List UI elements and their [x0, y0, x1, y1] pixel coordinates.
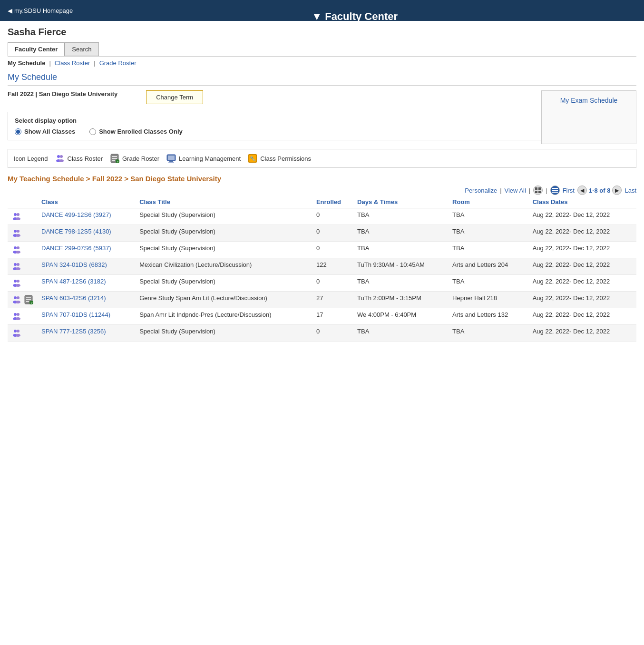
row-class-title: Special Study (Supervision) — [136, 225, 312, 242]
row-room: TBA — [449, 242, 529, 258]
row-class-dates: Aug 22, 2022- Dec 12, 2022 — [529, 292, 636, 308]
legend-learning-mgmt: Learning Management — [166, 153, 241, 164]
next-page-btn[interactable]: ▶ — [612, 186, 622, 195]
class-code-link[interactable]: SPAN 487-12S6 (3182) — [41, 278, 106, 285]
svg-point-36 — [14, 263, 17, 266]
tab-search[interactable]: Search — [65, 42, 98, 56]
class-roster-row-icon[interactable] — [11, 278, 22, 288]
class-code-link[interactable]: SPAN 603-42S6 (3214) — [41, 294, 106, 302]
grade-roster-icon: ✓ — [109, 153, 120, 164]
class-roster-row-icon[interactable] — [11, 311, 22, 322]
row-room: Arts and Letters 204 — [449, 258, 529, 275]
subnav-class-roster[interactable]: Class Roster — [55, 59, 90, 67]
row-class-dates: Aug 22, 2022- Dec 12, 2022 — [529, 225, 636, 242]
class-code-link[interactable]: DANCE 299-07S6 (5937) — [41, 244, 111, 252]
row-class-title: Special Study (Supervision) — [136, 242, 312, 258]
learning-management-icon — [166, 153, 176, 164]
row-class: DANCE 798-12S5 (4130) — [38, 225, 136, 242]
tab-faculty-center[interactable]: Faculty Center — [8, 42, 65, 56]
svg-point-1 — [60, 155, 63, 158]
back-link[interactable]: ◀ my.SDSU Homepage — [8, 7, 73, 14]
svg-rect-20 — [538, 191, 541, 193]
row-class: SPAN 324-01DS (6832) — [38, 258, 136, 275]
row-room: TBA — [449, 325, 529, 342]
row-enrolled: 0 — [312, 208, 353, 225]
table-row: DANCE 798-12S5 (4130)Special Study (Supe… — [8, 225, 636, 242]
row-icons: ✓ — [8, 292, 38, 308]
radio-group: Show All Classes Show Enrolled Classes O… — [15, 128, 534, 135]
change-term-button[interactable]: Change Term — [146, 90, 203, 104]
radio-show-enrolled-label: Show Enrolled Classes Only — [99, 128, 183, 135]
class-code-link[interactable]: SPAN 707-01DS (11244) — [41, 311, 110, 318]
row-icons — [8, 208, 38, 225]
first-label[interactable]: First — [563, 187, 575, 194]
row-room: TBA — [449, 208, 529, 225]
table-view-icon-2[interactable] — [550, 186, 560, 195]
svg-point-43 — [16, 284, 20, 287]
svg-point-61 — [16, 334, 20, 337]
class-roster-row-icon[interactable] — [11, 294, 22, 305]
schedule-left: Fall 2022 | San Diego State University C… — [8, 90, 541, 144]
table-row: ✓ SPAN 603-42S6 (3214)Genre Study Span A… — [8, 292, 636, 308]
class-roster-row-icon[interactable] — [11, 328, 22, 338]
header-title: ▼ Faculty Center — [312, 10, 398, 23]
tab-bar: Faculty Center Search — [8, 42, 636, 56]
class-roster-row-icon[interactable] — [11, 261, 22, 272]
table-row: SPAN 777-12S5 (3256)Special Study (Super… — [8, 325, 636, 342]
row-room: TBA — [449, 225, 529, 242]
row-days-times: TBA — [353, 242, 449, 258]
row-days-times: TBA — [353, 208, 449, 225]
class-code-link[interactable]: SPAN 324-01DS (6832) — [41, 261, 107, 268]
radio-show-all[interactable]: Show All Classes — [15, 128, 75, 135]
table-row: DANCE 299-07S6 (5937)Special Study (Supe… — [8, 242, 636, 258]
class-roster-icon — [55, 153, 65, 164]
svg-rect-23 — [552, 192, 558, 193]
table-row: DANCE 499-12S6 (3927)Special Study (Supe… — [8, 208, 636, 225]
row-class-title: Mexican Civilization (Lecture/Discussion… — [136, 258, 312, 275]
class-code-link[interactable]: DANCE 798-12S5 (4130) — [41, 228, 111, 235]
col-room: Room — [449, 196, 529, 208]
view-all-link[interactable]: View All — [505, 187, 526, 194]
page-title: My Schedule — [8, 72, 636, 86]
display-option-section: Select display option Show All Classes S… — [8, 112, 541, 140]
row-days-times: TBA — [353, 275, 449, 292]
radio-show-all-label: Show All Classes — [24, 128, 75, 135]
radio-show-all-input[interactable] — [15, 128, 21, 135]
exam-schedule-link[interactable]: My Exam Schedule — [560, 97, 618, 104]
svg-point-57 — [16, 317, 20, 320]
class-roster-row-icon[interactable] — [11, 211, 22, 222]
class-code-link[interactable]: DANCE 499-12S6 (3927) — [41, 211, 111, 218]
svg-point-3 — [59, 159, 64, 162]
prev-page-btn[interactable]: ◀ — [577, 186, 587, 195]
svg-rect-17 — [535, 187, 537, 190]
svg-rect-11 — [169, 161, 173, 162]
svg-point-29 — [17, 230, 20, 233]
pagination: ◀ 1-8 of 8 ▶ — [577, 186, 622, 195]
row-icons — [8, 275, 38, 292]
personalize-link[interactable]: Personalize — [465, 187, 497, 194]
row-enrolled: 122 — [312, 258, 353, 275]
svg-point-39 — [16, 267, 20, 270]
class-roster-row-icon[interactable] — [11, 244, 22, 255]
table-view-icon-1[interactable] — [533, 186, 543, 195]
svg-point-40 — [14, 280, 17, 283]
subnav-grade-roster[interactable]: Grade Roster — [99, 59, 137, 67]
col-days-times: Days & Times — [353, 196, 449, 208]
table-row: SPAN 487-12S6 (3182)Special Study (Super… — [8, 275, 636, 292]
svg-point-37 — [17, 263, 20, 266]
row-class-dates: Aug 22, 2022- Dec 12, 2022 — [529, 242, 636, 258]
row-class-title: Special Study (Supervision) — [136, 325, 312, 342]
svg-text:✓: ✓ — [117, 160, 119, 163]
row-class-dates: Aug 22, 2022- Dec 12, 2022 — [529, 258, 636, 275]
class-roster-legend-label: Class Roster — [68, 155, 103, 162]
class-roster-row-icon[interactable] — [11, 228, 22, 238]
radio-show-enrolled-input[interactable] — [89, 128, 96, 135]
back-link-label: my.SDSU Homepage — [14, 7, 73, 14]
svg-point-28 — [14, 230, 17, 233]
last-label[interactable]: Last — [624, 187, 636, 194]
svg-point-55 — [17, 313, 20, 316]
radio-show-enrolled[interactable]: Show Enrolled Classes Only — [89, 128, 183, 135]
class-code-link[interactable]: SPAN 777-12S5 (3256) — [41, 328, 106, 335]
grade-roster-row-icon[interactable]: ✓ — [23, 294, 34, 305]
subnav-my-schedule[interactable]: My Schedule — [8, 59, 45, 67]
